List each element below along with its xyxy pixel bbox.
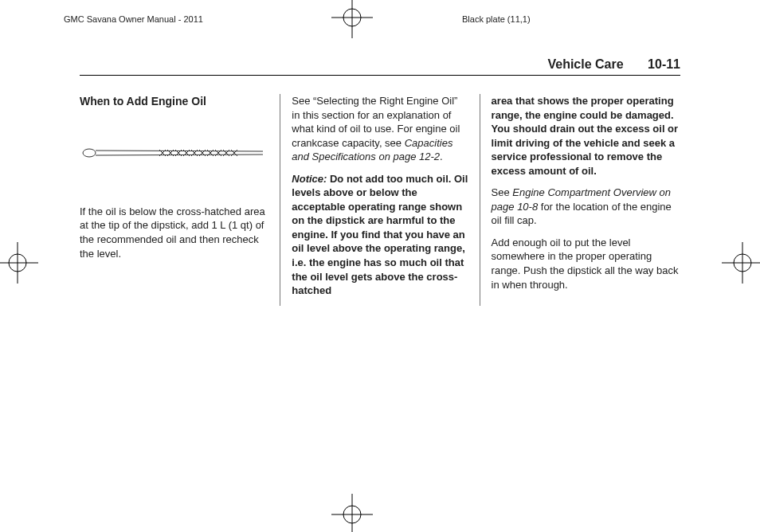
- col2-notice-paragraph: Notice: Do not add too much oil. Oil lev…: [292, 172, 468, 298]
- page-number: 10-11: [648, 57, 680, 71]
- svg-line-1: [96, 151, 263, 151]
- column-3: area that shows the proper operating ran…: [480, 94, 680, 306]
- col2-p1-text-b: .: [440, 151, 443, 162]
- notice-label: Notice:: [292, 173, 327, 185]
- header-rule: [80, 75, 680, 76]
- manual-title: GMC Savana Owner Manual - 2011: [64, 14, 203, 24]
- column-2: See “Selecting the Right Engine Oil” in …: [280, 94, 480, 306]
- col3-p2-text-a: See: [492, 186, 513, 198]
- section-title: Vehicle Care: [547, 57, 623, 71]
- running-header: Vehicle Care 10-11: [547, 57, 680, 72]
- col1-heading: When to Add Engine Oil: [80, 94, 268, 109]
- col3-paragraph-1: area that shows the proper operating ran…: [492, 94, 680, 178]
- registration-mark-top-icon: [330, 0, 374, 40]
- notice-body: Do not add too much oil. Oil levels abov…: [292, 173, 468, 296]
- col3-paragraph-3: Add enough oil to put the level somewher…: [492, 236, 680, 291]
- dipstick-illustration: [80, 141, 268, 165]
- svg-line-2: [96, 155, 263, 155]
- registration-mark-right-icon: [720, 241, 760, 285]
- svg-point-0: [83, 149, 96, 157]
- registration-mark-left-icon: [0, 241, 40, 285]
- plate-info: Black plate (11,1): [462, 14, 531, 24]
- col3-paragraph-2: See Engine Compartment Overview on page …: [492, 186, 680, 228]
- col2-paragraph-1: See “Selecting the Right Engine Oil” in …: [292, 94, 468, 164]
- col1-paragraph-1: If the oil is below the cross-hatched ar…: [80, 205, 268, 260]
- registration-mark-bottom-icon: [330, 492, 374, 532]
- column-1: When to Add Engine Oil: [80, 94, 280, 306]
- dipstick-icon: [80, 141, 263, 165]
- body-columns: When to Add Engine Oil: [80, 94, 680, 306]
